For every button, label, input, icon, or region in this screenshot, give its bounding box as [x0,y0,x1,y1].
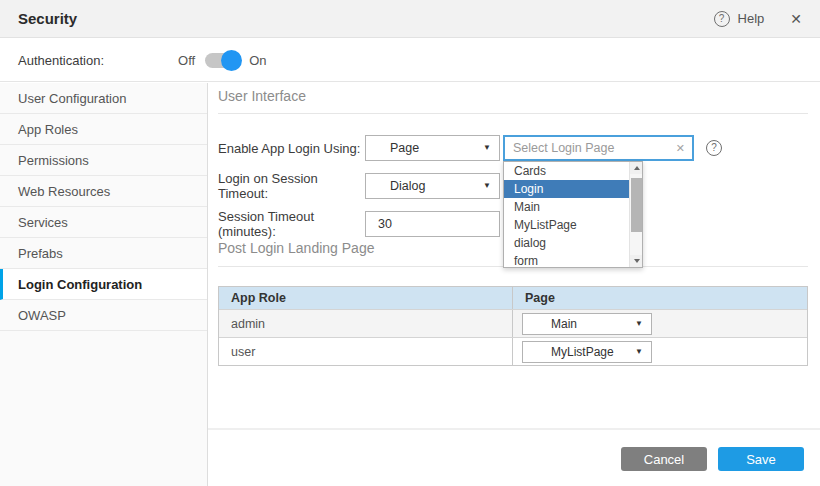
scrollbar-up-icon[interactable] [630,162,643,174]
dropdown-option-cards[interactable]: Cards [504,162,642,180]
admin-page-value: Main [551,317,577,331]
footer-divider [208,428,820,430]
sidebar-item-label: Login Configuration [18,277,142,292]
toggle-off-label: Off [178,53,195,68]
section-title-user-interface: User Interface [218,88,306,104]
dropdown-scrollbar[interactable] [629,162,642,267]
sidebar-item-prefabs[interactable]: Prefabs [0,238,207,269]
session-timeout-login-value: Dialog [390,179,425,193]
table-row-user: user MyListPage ▼ [219,337,807,365]
sidebar-item-label: User Configuration [18,91,126,106]
app-role-cell: user [219,338,513,365]
main-content: User Interface Enable App Login Using: P… [208,83,820,486]
enable-app-login-row: Enable App Login Using: Page ▼ ✕ [218,134,694,162]
cancel-button[interactable]: Cancel [621,447,707,471]
sidebar-item-label: Web Resources [18,184,110,199]
page-title: Security [18,10,77,27]
user-page-value: MyListPage [551,345,614,359]
sidebar-item-app-roles[interactable]: App Roles [0,114,207,145]
landing-page-table: App Role Page admin Main ▼ user MyListPa… [218,286,808,366]
user-page-select[interactable]: MyListPage ▼ [522,341,652,363]
sidebar-item-label: Permissions [18,153,89,168]
sidebar-item-label: Prefabs [18,246,63,261]
app-role-cell: admin [219,310,513,337]
sidebar-item-login-configuration[interactable]: Login Configuration [0,269,207,300]
dropdown-option-form[interactable]: form [504,252,642,268]
login-page-combobox: ✕ [503,135,694,161]
sidebar-item-label: OWASP [18,308,66,323]
section-divider [218,113,808,114]
dropdown-option-main[interactable]: Main [504,198,642,216]
scrollbar-thumb[interactable] [631,178,642,232]
dropdown-option-dialog[interactable]: dialog [504,234,642,252]
chevron-down-icon: ▼ [483,136,491,160]
help-link[interactable]: Help [738,11,765,26]
footer-actions: Cancel Save [621,447,804,471]
session-timeout-login-label: Login on Session Timeout: [218,171,365,201]
admin-page-select[interactable]: Main ▼ [522,313,652,335]
dropdown-option-mylistpage[interactable]: MyListPage [504,216,642,234]
sidebar: User Configuration App Roles Permissions… [0,83,208,486]
authentication-label: Authentication: [18,53,104,68]
session-timeout-minutes-row: Session Timeout (minutes): [218,210,500,238]
column-header-app-role: App Role [219,287,513,309]
table-header-row: App Role Page [219,287,807,309]
session-timeout-minutes-label: Session Timeout (minutes): [218,209,365,239]
field-help-icon[interactable]: ? [706,140,722,156]
security-dialog: Security ? Help ✕ Authentication: Off On… [0,0,820,486]
session-timeout-minutes-input[interactable] [365,211,500,237]
sidebar-item-services[interactable]: Services [0,207,207,238]
page-cell: MyListPage ▼ [513,338,807,365]
chevron-down-icon: ▼ [635,314,643,334]
chevron-down-icon: ▼ [483,174,491,198]
toggle-knob[interactable] [221,50,242,71]
section-title-post-login: Post Login Landing Page [218,240,374,256]
sidebar-item-permissions[interactable]: Permissions [0,145,207,176]
login-type-select[interactable]: Page ▼ [365,135,500,161]
toggle-on-label: On [249,53,266,68]
sidebar-item-label: Services [18,215,68,230]
session-timeout-login-select[interactable]: Dialog ▼ [365,173,500,199]
sidebar-item-label: App Roles [18,122,78,137]
authentication-toggle[interactable] [205,53,239,68]
help-icon[interactable]: ? [714,11,730,27]
sidebar-item-web-resources[interactable]: Web Resources [0,176,207,207]
sidebar-item-user-configuration[interactable]: User Configuration [0,83,207,114]
close-icon[interactable]: ✕ [790,11,802,27]
login-type-value: Page [390,141,419,155]
save-button[interactable]: Save [718,447,804,471]
title-bar: Security ? Help ✕ [0,0,820,38]
chevron-down-icon: ▼ [635,342,643,362]
dropdown-option-login[interactable]: Login [504,180,642,198]
enable-app-login-label: Enable App Login Using: [218,141,365,156]
sidebar-item-owasp[interactable]: OWASP [0,300,207,331]
table-row-admin: admin Main ▼ [219,309,807,337]
session-timeout-login-row: Login on Session Timeout: Dialog ▼ [218,172,500,200]
login-page-search-input[interactable] [505,137,692,159]
column-header-page: Page [513,287,807,309]
scrollbar-down-icon[interactable] [630,255,643,267]
login-page-dropdown: Cards Login Main MyListPage dialog form [503,161,643,268]
clear-icon[interactable]: ✕ [676,137,685,159]
authentication-bar: Authentication: Off On [0,39,820,82]
page-cell: Main ▼ [513,310,807,337]
